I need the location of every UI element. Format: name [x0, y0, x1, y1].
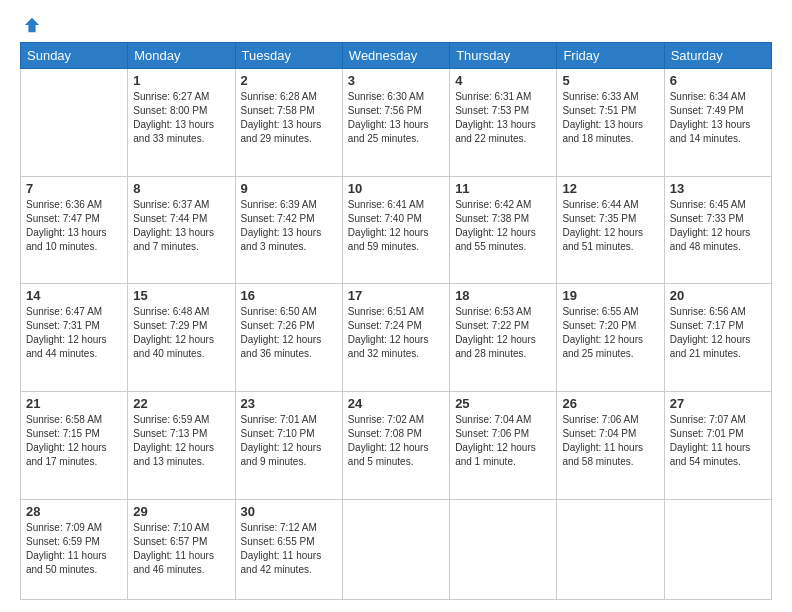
- calendar-cell: 2Sunrise: 6:28 AMSunset: 7:58 PMDaylight…: [235, 69, 342, 177]
- svg-marker-0: [25, 18, 39, 32]
- calendar-cell: 16Sunrise: 6:50 AMSunset: 7:26 PMDayligh…: [235, 284, 342, 392]
- logo: [20, 16, 41, 34]
- page: SundayMondayTuesdayWednesdayThursdayFrid…: [0, 0, 792, 612]
- day-info: Sunrise: 7:02 AMSunset: 7:08 PMDaylight:…: [348, 413, 444, 469]
- day-number: 11: [455, 181, 551, 196]
- day-info: Sunrise: 6:27 AMSunset: 8:00 PMDaylight:…: [133, 90, 229, 146]
- day-info: Sunrise: 6:34 AMSunset: 7:49 PMDaylight:…: [670, 90, 766, 146]
- day-info: Sunrise: 6:44 AMSunset: 7:35 PMDaylight:…: [562, 198, 658, 254]
- day-number: 17: [348, 288, 444, 303]
- day-number: 1: [133, 73, 229, 88]
- calendar-cell: 4Sunrise: 6:31 AMSunset: 7:53 PMDaylight…: [450, 69, 557, 177]
- day-info: Sunrise: 7:10 AMSunset: 6:57 PMDaylight:…: [133, 521, 229, 577]
- calendar-cell: 18Sunrise: 6:53 AMSunset: 7:22 PMDayligh…: [450, 284, 557, 392]
- calendar-cell: 6Sunrise: 6:34 AMSunset: 7:49 PMDaylight…: [664, 69, 771, 177]
- calendar-header-friday: Friday: [557, 43, 664, 69]
- calendar-week-5: 28Sunrise: 7:09 AMSunset: 6:59 PMDayligh…: [21, 499, 772, 599]
- calendar-cell: [342, 499, 449, 599]
- day-number: 13: [670, 181, 766, 196]
- day-info: Sunrise: 7:09 AMSunset: 6:59 PMDaylight:…: [26, 521, 122, 577]
- calendar-cell: 14Sunrise: 6:47 AMSunset: 7:31 PMDayligh…: [21, 284, 128, 392]
- day-info: Sunrise: 6:37 AMSunset: 7:44 PMDaylight:…: [133, 198, 229, 254]
- day-info: Sunrise: 6:59 AMSunset: 7:13 PMDaylight:…: [133, 413, 229, 469]
- day-info: Sunrise: 6:47 AMSunset: 7:31 PMDaylight:…: [26, 305, 122, 361]
- day-number: 22: [133, 396, 229, 411]
- day-info: Sunrise: 7:07 AMSunset: 7:01 PMDaylight:…: [670, 413, 766, 469]
- logo-icon: [23, 16, 41, 34]
- calendar-cell: 15Sunrise: 6:48 AMSunset: 7:29 PMDayligh…: [128, 284, 235, 392]
- day-info: Sunrise: 6:53 AMSunset: 7:22 PMDaylight:…: [455, 305, 551, 361]
- day-info: Sunrise: 6:51 AMSunset: 7:24 PMDaylight:…: [348, 305, 444, 361]
- day-info: Sunrise: 6:50 AMSunset: 7:26 PMDaylight:…: [241, 305, 337, 361]
- day-info: Sunrise: 6:33 AMSunset: 7:51 PMDaylight:…: [562, 90, 658, 146]
- calendar-cell: 1Sunrise: 6:27 AMSunset: 8:00 PMDaylight…: [128, 69, 235, 177]
- calendar-cell: 27Sunrise: 7:07 AMSunset: 7:01 PMDayligh…: [664, 391, 771, 499]
- calendar-cell: 11Sunrise: 6:42 AMSunset: 7:38 PMDayligh…: [450, 176, 557, 284]
- calendar-cell: [664, 499, 771, 599]
- calendar-cell: [450, 499, 557, 599]
- calendar-cell: 20Sunrise: 6:56 AMSunset: 7:17 PMDayligh…: [664, 284, 771, 392]
- header: [20, 16, 772, 34]
- day-number: 25: [455, 396, 551, 411]
- calendar-cell: 26Sunrise: 7:06 AMSunset: 7:04 PMDayligh…: [557, 391, 664, 499]
- day-number: 2: [241, 73, 337, 88]
- day-info: Sunrise: 6:28 AMSunset: 7:58 PMDaylight:…: [241, 90, 337, 146]
- day-info: Sunrise: 6:42 AMSunset: 7:38 PMDaylight:…: [455, 198, 551, 254]
- calendar-cell: 10Sunrise: 6:41 AMSunset: 7:40 PMDayligh…: [342, 176, 449, 284]
- day-number: 4: [455, 73, 551, 88]
- calendar-week-1: 1Sunrise: 6:27 AMSunset: 8:00 PMDaylight…: [21, 69, 772, 177]
- calendar-cell: [557, 499, 664, 599]
- calendar-cell: 12Sunrise: 6:44 AMSunset: 7:35 PMDayligh…: [557, 176, 664, 284]
- day-info: Sunrise: 6:48 AMSunset: 7:29 PMDaylight:…: [133, 305, 229, 361]
- day-info: Sunrise: 6:58 AMSunset: 7:15 PMDaylight:…: [26, 413, 122, 469]
- calendar-cell: 3Sunrise: 6:30 AMSunset: 7:56 PMDaylight…: [342, 69, 449, 177]
- day-number: 15: [133, 288, 229, 303]
- calendar-cell: 8Sunrise: 6:37 AMSunset: 7:44 PMDaylight…: [128, 176, 235, 284]
- calendar-cell: 17Sunrise: 6:51 AMSunset: 7:24 PMDayligh…: [342, 284, 449, 392]
- calendar-cell: 25Sunrise: 7:04 AMSunset: 7:06 PMDayligh…: [450, 391, 557, 499]
- calendar-cell: 21Sunrise: 6:58 AMSunset: 7:15 PMDayligh…: [21, 391, 128, 499]
- calendar-week-3: 14Sunrise: 6:47 AMSunset: 7:31 PMDayligh…: [21, 284, 772, 392]
- day-info: Sunrise: 6:56 AMSunset: 7:17 PMDaylight:…: [670, 305, 766, 361]
- day-number: 7: [26, 181, 122, 196]
- day-number: 14: [26, 288, 122, 303]
- day-info: Sunrise: 7:06 AMSunset: 7:04 PMDaylight:…: [562, 413, 658, 469]
- calendar-cell: 30Sunrise: 7:12 AMSunset: 6:55 PMDayligh…: [235, 499, 342, 599]
- day-info: Sunrise: 6:31 AMSunset: 7:53 PMDaylight:…: [455, 90, 551, 146]
- calendar-cell: 5Sunrise: 6:33 AMSunset: 7:51 PMDaylight…: [557, 69, 664, 177]
- day-number: 20: [670, 288, 766, 303]
- day-number: 26: [562, 396, 658, 411]
- calendar-header-saturday: Saturday: [664, 43, 771, 69]
- calendar-cell: [21, 69, 128, 177]
- calendar-cell: 24Sunrise: 7:02 AMSunset: 7:08 PMDayligh…: [342, 391, 449, 499]
- day-number: 10: [348, 181, 444, 196]
- day-number: 9: [241, 181, 337, 196]
- day-number: 29: [133, 504, 229, 519]
- day-number: 18: [455, 288, 551, 303]
- day-info: Sunrise: 7:01 AMSunset: 7:10 PMDaylight:…: [241, 413, 337, 469]
- day-number: 6: [670, 73, 766, 88]
- day-number: 8: [133, 181, 229, 196]
- calendar-cell: 29Sunrise: 7:10 AMSunset: 6:57 PMDayligh…: [128, 499, 235, 599]
- calendar-header-tuesday: Tuesday: [235, 43, 342, 69]
- day-number: 5: [562, 73, 658, 88]
- day-number: 16: [241, 288, 337, 303]
- day-number: 19: [562, 288, 658, 303]
- calendar-header-wednesday: Wednesday: [342, 43, 449, 69]
- day-info: Sunrise: 7:04 AMSunset: 7:06 PMDaylight:…: [455, 413, 551, 469]
- day-number: 24: [348, 396, 444, 411]
- calendar-cell: 7Sunrise: 6:36 AMSunset: 7:47 PMDaylight…: [21, 176, 128, 284]
- calendar-week-4: 21Sunrise: 6:58 AMSunset: 7:15 PMDayligh…: [21, 391, 772, 499]
- day-number: 23: [241, 396, 337, 411]
- day-info: Sunrise: 6:41 AMSunset: 7:40 PMDaylight:…: [348, 198, 444, 254]
- calendar-table: SundayMondayTuesdayWednesdayThursdayFrid…: [20, 42, 772, 600]
- calendar-cell: 9Sunrise: 6:39 AMSunset: 7:42 PMDaylight…: [235, 176, 342, 284]
- day-number: 30: [241, 504, 337, 519]
- calendar-header-thursday: Thursday: [450, 43, 557, 69]
- calendar-header-sunday: Sunday: [21, 43, 128, 69]
- day-number: 28: [26, 504, 122, 519]
- calendar-cell: 28Sunrise: 7:09 AMSunset: 6:59 PMDayligh…: [21, 499, 128, 599]
- calendar-header-row: SundayMondayTuesdayWednesdayThursdayFrid…: [21, 43, 772, 69]
- calendar-cell: 13Sunrise: 6:45 AMSunset: 7:33 PMDayligh…: [664, 176, 771, 284]
- calendar-cell: 19Sunrise: 6:55 AMSunset: 7:20 PMDayligh…: [557, 284, 664, 392]
